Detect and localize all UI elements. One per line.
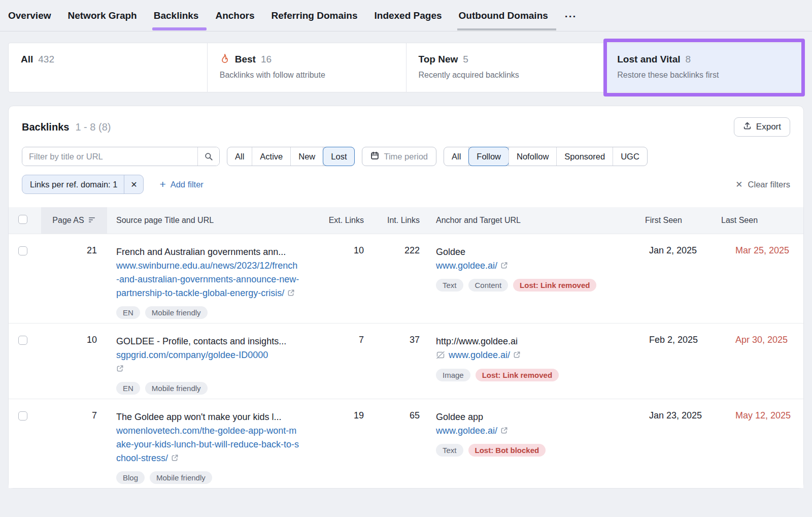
source-url-link[interactable]: sgpgrid.com/company/goldee-ID0000 <box>116 350 268 360</box>
column-header-ext-links: Ext. Links <box>320 216 371 225</box>
tab-backlinks[interactable]: Backlinks <box>154 0 199 31</box>
column-header-last-seen: Last Seen <box>713 216 803 225</box>
external-link-icon[interactable] <box>287 287 295 301</box>
title-url-filter <box>22 147 220 166</box>
table-row: 7 The Goldee app won't make your kids l.… <box>9 399 803 488</box>
lost-reason-badge: Lost: Link removed <box>513 279 596 292</box>
follow-ugc[interactable]: UGC <box>613 147 647 166</box>
external-link-icon[interactable] <box>500 425 508 438</box>
follow-follow[interactable]: Follow <box>468 147 509 166</box>
column-header-int-links: Int. Links <box>371 216 427 225</box>
search-input[interactable] <box>22 147 197 166</box>
column-header-anchor: Anchor and Target URL <box>427 216 636 225</box>
table-row: 10 GOLDEE - Profile, contacts and insigh… <box>9 323 803 399</box>
active-filter-chip[interactable]: Links per ref. domain: 1 ✕ <box>22 175 144 194</box>
page-as-value: 7 <box>41 399 107 484</box>
last-seen-value: May 12, 2025 <box>713 399 803 484</box>
source-url-link[interactable]: womenlovetech.com/the-goldee-app-wont-ma… <box>116 426 299 463</box>
flame-icon <box>220 53 230 64</box>
anchor-text: Goldee <box>436 245 636 259</box>
report-tabs: Overview Network Graph Backlinks Anchors… <box>0 0 812 31</box>
row-checkbox[interactable] <box>18 246 27 255</box>
page-as-value: 21 <box>41 234 107 319</box>
column-header-source: Source page Title and URL <box>107 216 320 225</box>
column-header-first-seen: First Seen <box>636 216 713 225</box>
card-top-new[interactable]: Top New 5 Recently acquired backlinks <box>406 43 605 92</box>
ext-links-value: 19 <box>320 399 371 484</box>
mobile-friendly-tag: Mobile friendly <box>150 471 212 484</box>
row-checkbox[interactable] <box>18 336 27 345</box>
language-tag: EN <box>116 306 140 319</box>
source-title: French and Australian governments ann... <box>116 245 300 259</box>
ext-links-value: 7 <box>320 324 371 395</box>
follow-all[interactable]: All <box>444 147 468 166</box>
backlinks-table: Page AS Source page Title and URL Ext. L… <box>9 207 803 488</box>
source-url-link[interactable]: www.swinburne.edu.au/news/2023/12/french… <box>116 261 299 298</box>
external-link-icon[interactable] <box>500 260 508 273</box>
plus-icon: + <box>159 179 165 189</box>
first-seen-value: Jan 23, 2025 <box>636 399 713 484</box>
calendar-icon <box>370 151 379 162</box>
sort-descending-icon <box>88 216 96 225</box>
link-type-badge: Text <box>436 444 463 457</box>
follow-segmented-control: All Follow Nofollow Sponsored UGC <box>444 147 648 166</box>
time-period-button[interactable]: Time period <box>362 147 436 166</box>
target-url-link[interactable]: www.goldee.ai/ <box>436 261 497 271</box>
clear-filters-button[interactable]: ✕ Clear filters <box>735 179 790 190</box>
follow-sponsored[interactable]: Sponsored <box>556 147 613 166</box>
last-seen-value: Apr 30, 2025 <box>713 324 803 395</box>
target-url-link[interactable]: www.goldee.ai/ <box>436 426 497 436</box>
backlinks-panel: Backlinks 1 - 8 (8) Export All Active Ne… <box>8 106 804 489</box>
target-url-link[interactable]: www.goldee.ai/ <box>449 350 510 360</box>
search-icon[interactable] <box>197 147 219 166</box>
tab-network-graph[interactable]: Network Graph <box>68 0 137 31</box>
card-lost-and-vital[interactable]: Lost and Vital 8 Restore these backlinks… <box>604 43 803 92</box>
tab-referring-domains[interactable]: Referring Domains <box>272 0 358 31</box>
card-best[interactable]: Best 16 Backlinks with follow attribute <box>207 43 406 92</box>
anchor-text: Goldee app <box>436 410 636 424</box>
external-link-icon[interactable] <box>116 363 124 376</box>
export-button[interactable]: Export <box>734 117 790 137</box>
first-seen-value: Feb 2, 2025 <box>636 324 713 395</box>
tab-anchors[interactable]: Anchors <box>215 0 254 31</box>
follow-nofollow[interactable]: Nofollow <box>509 147 556 166</box>
last-seen-value: Mar 25, 2025 <box>713 234 803 319</box>
column-header-page-as[interactable]: Page AS <box>41 207 107 234</box>
remove-filter-icon[interactable]: ✕ <box>124 180 143 189</box>
select-all-checkbox[interactable] <box>18 215 27 224</box>
blog-tag: Blog <box>116 471 145 484</box>
int-links-value: 65 <box>371 399 427 484</box>
mobile-friendly-tag: Mobile friendly <box>145 382 208 395</box>
image-disabled-icon <box>436 349 445 363</box>
clear-filters-icon: ✕ <box>735 179 742 190</box>
card-all[interactable]: All 432 <box>9 43 207 92</box>
link-type-badge: Image <box>436 369 470 381</box>
external-link-icon[interactable] <box>171 452 179 466</box>
panel-title: Backlinks <box>22 121 69 133</box>
status-segmented-control: All Active New Lost <box>227 147 355 166</box>
table-header: Page AS Source page Title and URL Ext. L… <box>9 207 803 234</box>
status-active[interactable]: Active <box>252 147 290 166</box>
export-icon <box>743 121 752 133</box>
language-tag: EN <box>116 382 140 395</box>
link-type-badge: Text <box>436 279 463 292</box>
mobile-friendly-tag: Mobile friendly <box>145 306 208 319</box>
tab-outbound-domains[interactable]: Outbound Domains <box>459 0 548 31</box>
result-range: 1 - 8 (8) <box>75 121 111 133</box>
add-filter-button[interactable]: + Add filter <box>159 180 203 189</box>
table-row: 21 French and Australian governments ann… <box>9 234 803 323</box>
status-new[interactable]: New <box>290 147 323 166</box>
row-checkbox[interactable] <box>18 411 27 421</box>
anchor-text: http://www.goldee.ai <box>436 335 636 348</box>
tab-indexed-pages[interactable]: Indexed Pages <box>375 0 442 31</box>
more-tabs-button[interactable]: ... <box>565 8 577 20</box>
lost-reason-badge: Lost: Link removed <box>476 369 559 381</box>
tab-overview[interactable]: Overview <box>8 0 51 31</box>
status-all[interactable]: All <box>227 147 252 166</box>
external-link-icon[interactable] <box>513 349 521 363</box>
page-as-value: 10 <box>41 324 107 395</box>
int-links-value: 222 <box>371 234 427 319</box>
ext-links-value: 10 <box>320 234 371 319</box>
int-links-value: 37 <box>371 324 427 395</box>
status-lost[interactable]: Lost <box>323 147 354 166</box>
